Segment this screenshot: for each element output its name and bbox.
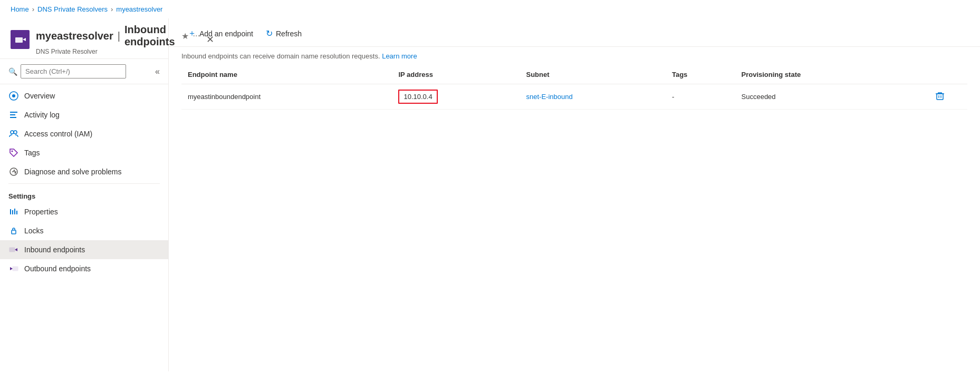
- iam-icon: [8, 129, 19, 139]
- delete-icon[interactable]: [935, 93, 945, 102]
- svg-rect-14: [16, 211, 17, 214]
- endpoints-table: Endpoint name IP address Subnet Tags Pro…: [181, 65, 967, 110]
- diagnose-icon: [8, 166, 19, 177]
- breadcrumb-dns-resolvers[interactable]: DNS Private Resolvers: [37, 5, 108, 13]
- cell-delete[interactable]: [912, 84, 967, 110]
- sidebar: myeastresolver | Inbound endpoints ★ ···…: [0, 18, 169, 371]
- table-row: myeastinboundendpoint 10.10.0.4 snet-E-i…: [181, 84, 967, 110]
- search-input[interactable]: [21, 64, 126, 78]
- sidebar-item-activity-label: Activity log: [24, 111, 60, 119]
- col-ip-address: IP address: [392, 65, 520, 84]
- col-actions: [912, 65, 967, 84]
- overview-icon: [8, 91, 19, 101]
- settings-divider: [8, 183, 160, 184]
- svg-rect-4: [10, 112, 17, 113]
- cell-subnet[interactable]: snet-E-inbound: [520, 84, 665, 110]
- sidebar-item-activity-log[interactable]: Activity log: [0, 105, 168, 124]
- info-bar: Inbound endpoints can receive domain nam…: [169, 47, 980, 65]
- sidebar-item-locks[interactable]: Locks: [0, 221, 168, 240]
- svg-marker-19: [10, 267, 13, 270]
- sidebar-item-diagnose-label: Diagnose and solve problems: [24, 168, 121, 176]
- table-header: Endpoint name IP address Subnet Tags Pro…: [181, 65, 967, 84]
- svg-marker-1: [23, 38, 26, 41]
- resolver-name: myeastresolver: [36, 30, 113, 42]
- table-area: Endpoint name IP address Subnet Tags Pro…: [169, 65, 980, 371]
- resolver-icon: [11, 30, 30, 49]
- activity-log-icon: [8, 110, 19, 120]
- sidebar-item-overview[interactable]: Overview: [0, 86, 168, 105]
- breadcrumb: Home › DNS Private Resolvers › myeastres…: [0, 0, 980, 18]
- tags-icon: [8, 147, 19, 158]
- sidebar-item-iam[interactable]: Access control (IAM): [0, 124, 168, 143]
- collapse-sidebar-button[interactable]: «: [155, 67, 160, 76]
- outbound-icon: [8, 263, 19, 274]
- main-content: ＋ Add an endpoint ↻ Refresh Inbound endp…: [169, 18, 980, 371]
- search-area: 🔍 «: [0, 59, 168, 84]
- settings-section-label: Settings: [0, 186, 168, 202]
- section-title: Inbound endpoints: [124, 24, 175, 48]
- svg-point-3: [12, 94, 15, 97]
- locks-icon: [8, 225, 19, 236]
- sidebar-item-properties[interactable]: Properties: [0, 202, 168, 221]
- svg-rect-6: [10, 117, 16, 118]
- sidebar-item-properties-label: Properties: [24, 208, 58, 216]
- svg-rect-0: [15, 37, 23, 43]
- sidebar-item-locks-label: Locks: [24, 227, 44, 235]
- learn-more-link[interactable]: Learn more: [382, 52, 417, 60]
- sidebar-nav: Overview Activity log Access control (IA…: [0, 84, 168, 371]
- sidebar-item-diagnose[interactable]: Diagnose and solve problems: [0, 162, 168, 181]
- table-body: myeastinboundendpoint 10.10.0.4 snet-E-i…: [181, 84, 967, 110]
- sidebar-item-inbound-label: Inbound endpoints: [24, 245, 85, 254]
- col-subnet: Subnet: [520, 65, 665, 84]
- inbound-icon: [8, 244, 19, 255]
- sidebar-item-inbound-endpoints[interactable]: Inbound endpoints: [0, 240, 168, 259]
- page-header: myeastresolver | Inbound endpoints ★ ···…: [0, 18, 168, 59]
- properties-icon: [8, 206, 19, 217]
- refresh-icon: ↻: [266, 28, 273, 38]
- svg-rect-15: [12, 230, 16, 234]
- sidebar-item-iam-label: Access control (IAM): [24, 130, 92, 138]
- sidebar-item-overview-label: Overview: [24, 92, 55, 100]
- breadcrumb-home[interactable]: Home: [11, 5, 29, 13]
- svg-rect-20: [937, 94, 943, 100]
- svg-point-9: [12, 151, 13, 152]
- svg-rect-18: [13, 267, 18, 271]
- col-endpoint-name: Endpoint name: [181, 65, 392, 84]
- search-icon: 🔍: [8, 67, 17, 76]
- add-icon: ＋: [188, 28, 196, 39]
- sidebar-item-tags[interactable]: Tags: [0, 143, 168, 162]
- svg-rect-13: [14, 209, 15, 214]
- cell-endpoint-name: myeastinboundendpoint: [181, 84, 392, 110]
- svg-point-8: [14, 131, 17, 134]
- cell-ip-address: 10.10.0.4: [392, 84, 520, 110]
- cell-tags: -: [666, 84, 735, 110]
- sidebar-item-outbound-label: Outbound endpoints: [24, 264, 91, 273]
- breadcrumb-resolver[interactable]: myeastresolver: [116, 5, 162, 13]
- svg-rect-12: [12, 210, 13, 214]
- sidebar-item-tags-label: Tags: [24, 149, 40, 157]
- svg-point-7: [11, 131, 14, 134]
- col-provisioning-state: Provisioning state: [735, 65, 913, 84]
- svg-rect-5: [10, 114, 15, 115]
- svg-rect-16: [9, 248, 15, 252]
- cell-provisioning-state: Succeeded: [735, 84, 913, 110]
- svg-marker-17: [15, 248, 17, 251]
- sidebar-item-outbound-endpoints[interactable]: Outbound endpoints: [0, 259, 168, 278]
- col-tags: Tags: [666, 65, 735, 84]
- add-endpoint-button[interactable]: ＋ Add an endpoint: [181, 25, 260, 42]
- toolbar: ＋ Add an endpoint ↻ Refresh: [169, 18, 980, 47]
- refresh-button[interactable]: ↻ Refresh: [260, 25, 308, 42]
- svg-rect-11: [10, 209, 11, 214]
- info-text: Inbound endpoints can receive domain nam…: [181, 52, 380, 60]
